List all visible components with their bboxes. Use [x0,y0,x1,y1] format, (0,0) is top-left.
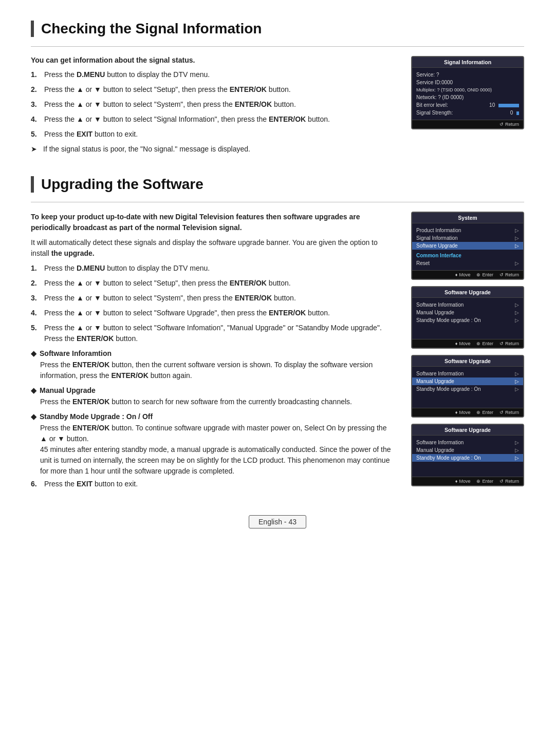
tv-row-network: Network: ? (ID 0000) [416,93,519,101]
step-2-3: 3. Press the ▲ or ▼ button to select "Sy… [31,293,396,304]
enter-icon: ⊕ [476,272,480,277]
section1-text-col: You can get information about the signal… [31,56,396,158]
upg3-row-standby: Standby Mode upgrade : On ▷ [412,454,523,462]
upg3-row-swinfo: Software Information ▷ [416,439,519,446]
signal-info-screen-body: Service: ? Service ID:0000 Multiplex: ? … [412,68,523,120]
step-1-2: 2. Press the ▲ or ▼ button to select "Se… [31,84,396,95]
page-footer-badge: English - 43 [249,515,306,528]
enter-icon2: ⊕ [476,341,480,346]
step-2-6: 6. Press the EXIT button to exit. [31,479,396,489]
return-icon3: ↺ [499,341,504,346]
step-2-2: 2. Press the ▲ or ▼ button to select "Se… [31,278,396,289]
upgrade3-title: Software Upgrade [412,425,523,436]
upgrade2-body: Software Information ▷ Manual Upgrade ▷ … [412,367,523,408]
return-icon: ↺ [499,122,504,127]
sys-row-reset: Reset ▷ [416,259,519,267]
tv-row-serviceid: Service ID:0000 [416,79,519,86]
section1-steps: 1. Press the D.MENU button to display th… [31,69,396,140]
bullet-software-info: ◆ Software Inforamtion [31,349,396,357]
upgrade2-footer: ♦ Move ⊕ Enter ↺ Return [412,408,523,417]
biterror-bar [498,104,519,107]
signal-bar [516,111,519,115]
upgrade1-title: Software Upgrade [412,287,523,298]
signal-info-footer: ↺ Return [412,120,523,128]
section1-screenshot-col: Signal Information Service: ? Service ID… [411,56,524,129]
sys-row-productinfo: Product Information ▷ [416,226,519,234]
upg2-row-standby: Standby Mode upgrade : On ▷ [416,385,519,393]
sys-row-signalinfo: Signal Information ▷ [416,234,519,242]
bullet-software-info-body: Press the ENTER/OK button, then the curr… [40,360,396,381]
signal-info-screen: Signal Information Service: ? Service ID… [411,56,524,129]
page-footer: English - 43 [31,512,524,532]
section2-step6-list: 6. Press the EXIT button to exit. [31,479,396,489]
enter-icon3: ⊕ [476,410,480,415]
tv-row-biterror: Bit error level: 10 [416,101,519,109]
step-2-5: 5. Press the ▲ or ▼ button to select "So… [31,323,396,344]
upgrade-screen-3: Software Upgrade Software Information ▷ … [411,424,524,486]
return-icon5: ↺ [499,479,504,484]
step-1-4: 4. Press the ▲ or ▼ button to select "Si… [31,114,396,125]
upgrade2-title: Software Upgrade [412,356,523,367]
upgrade1-body: Software Information ▷ Manual Upgrade ▷ … [412,298,523,339]
upg1-row-swinfo: Software Information ▷ [416,301,519,309]
section2-screenshot-col: System Product Information ▷ Signal Info… [411,212,524,486]
section2-steps: 1. Press the D.MENU button to display th… [31,263,396,344]
system-screen-title: System [412,213,523,223]
step-1-3: 3. Press the ▲ or ▼ button to select "Sy… [31,99,396,110]
bullet-standby: ◆ Standby Mode Upgrade : On / Off [31,412,396,421]
upg1-row-manual: Manual Upgrade ▷ [416,309,519,316]
system-screen-footer: ♦ Move ⊕ Enter ↺ Return [412,270,523,279]
move-icon2: ♦ [455,341,458,346]
sys-row-commoninterface-label: Common Interface [416,252,519,259]
move-icon: ♦ [455,272,458,277]
bullet-manual-upgrade-body: Press the ENTER/OK button to search for … [40,396,396,407]
upgrade1-footer: ♦ Move ⊕ Enter ↺ Return [412,339,523,348]
section2-title: Upgrading the Software [31,176,524,193]
system-screen-body: Product Information ▷ Signal Information… [412,223,523,270]
system-screen: System Product Information ▷ Signal Info… [411,212,524,280]
section1-note: ➤ If the signal status is poor, the "No … [31,144,396,155]
upgrade-screen-1: Software Upgrade Software Information ▷ … [411,286,524,349]
tv-row-service: Service: ? [416,71,519,79]
tv-row-multiplex: Multiplex: ? (TSID 0000, ONID 0000) [416,86,519,93]
section2-intro2: It will automatically detect these signa… [31,237,396,259]
move-icon3: ♦ [455,410,458,415]
upgrade3-footer: ♦ Move ⊕ Enter ↺ Return [412,477,523,485]
signal-info-screen-title: Signal Information [412,57,523,68]
sys-row-softwareupgrade: Software Upgrade ▷ [412,242,523,250]
section1-title: Checking the Signal Information [31,21,524,37]
bullet-standby-body: Press the ENTER/OK button. To continue s… [40,423,396,477]
upg2-row-manual: Manual Upgrade ▷ [412,377,523,385]
move-icon4: ♦ [455,479,458,484]
section2-content: To keep your product up-to-date with new… [31,212,524,494]
upg1-row-standby: Standby Mode upgrade : On ▷ [416,316,519,324]
step-1-5: 5. Press the EXIT button to exit. [31,129,396,140]
upg2-row-swinfo: Software Information ▷ [416,370,519,377]
upg3-row-manual: Manual Upgrade ▷ [416,446,519,454]
step-2-1: 1. Press the D.MENU button to display th… [31,263,396,274]
enter-icon4: ⊕ [476,479,480,484]
section-signal-info: Checking the Signal Information You can … [31,21,524,158]
upgrade3-body: Software Information ▷ Manual Upgrade ▷ … [412,436,523,477]
bullet-manual-upgrade: ◆ Manual Upgrade [31,386,396,394]
section2-text-col: To keep your product up-to-date with new… [31,212,396,494]
section2-intro1: To keep your product up-to-date with new… [31,212,396,233]
section-upgrade: Upgrading the Software To keep your prod… [31,176,524,494]
section1-content: You can get information about the signal… [31,56,524,158]
section2-divider [31,202,524,202]
return-icon4: ↺ [499,410,504,415]
upgrade-screen-2: Software Upgrade Software Information ▷ … [411,355,524,418]
section1-intro: You can get information about the signal… [31,56,396,64]
tv-row-signalstrength: Signal Strength: 0 [416,109,519,117]
step-2-4: 4. Press the ▲ or ▼ button to select "So… [31,308,396,318]
section1-divider [31,46,524,47]
step-1-1: 1. Press the D.MENU button to display th… [31,69,396,80]
return-icon2: ↺ [499,272,504,277]
